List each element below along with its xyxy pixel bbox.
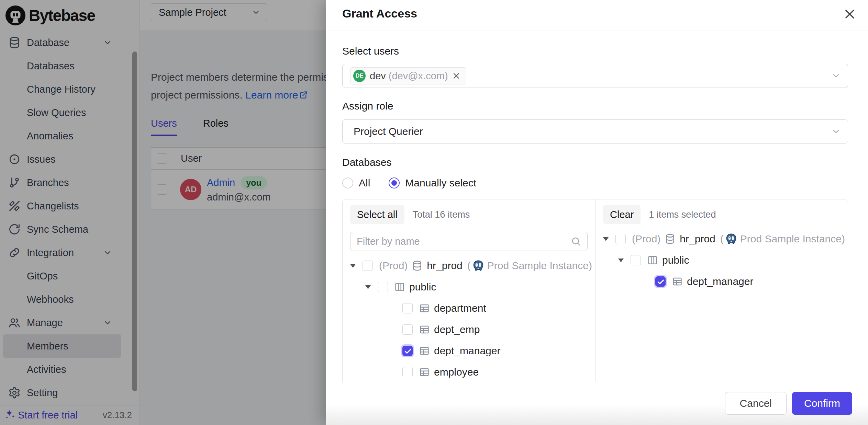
chevron-down-icon [831, 127, 841, 136]
chip-name: dev [370, 70, 386, 82]
radio-manually-select[interactable]: Manually select [389, 177, 476, 189]
checkbox[interactable] [363, 261, 373, 271]
target-tree: (Prod)hr_prod(Prod Sample Instance)publi… [603, 228, 840, 292]
tree-row-dept_manager[interactable]: dept_manager [350, 340, 588, 361]
total-items-label: Total 16 items [413, 209, 470, 220]
environment-label: (Prod) [379, 260, 408, 272]
selected-count-label: 1 items selected [649, 209, 716, 220]
app-root: Bytebase DatabaseDatabasesChange History… [0, 0, 868, 425]
chip-remove-icon[interactable] [452, 72, 460, 80]
user-chip: DE dev (dev@x.com) [350, 67, 466, 84]
tree-node-label: public [409, 281, 436, 293]
chip-avatar: DE [353, 70, 366, 82]
modal-header: Grant Access [326, 0, 868, 31]
tree-node-label: hr_prod [680, 233, 715, 245]
modal-scrollbar-track[interactable] [863, 31, 863, 382]
table-icon [419, 367, 430, 378]
search-icon [571, 236, 581, 246]
select-users-label: Select users [342, 45, 848, 57]
caret-down-icon[interactable] [350, 264, 356, 268]
modal-footer: Cancel Confirm [326, 382, 868, 425]
tree-node-label: hr_prod [427, 260, 462, 272]
source-tree: (Prod)hr_prod(Prod Sample Instance)publi… [350, 255, 588, 382]
tree-row-hr_prod[interactable]: (Prod)hr_prod(Prod Sample Instance) [350, 255, 588, 276]
schema-icon [647, 255, 658, 266]
checkbox[interactable] [378, 282, 388, 292]
transfer-target-panel: Clear 1 items selected (Prod)hr_prod(Pro… [595, 199, 848, 382]
chevron-down-icon [831, 71, 841, 81]
tree-node-label: public [662, 254, 689, 266]
postgresql-icon [472, 260, 485, 272]
caret-down-icon[interactable] [603, 237, 609, 241]
instance-label: (Prod Sample Instance) [467, 260, 592, 272]
table-icon [419, 324, 430, 335]
checkbox[interactable] [615, 234, 626, 244]
tree-row-hr_prod[interactable]: (Prod)hr_prod(Prod Sample Instance) [603, 228, 840, 250]
confirm-button[interactable]: Confirm [792, 392, 852, 415]
checkbox[interactable] [402, 324, 413, 335]
caret-down-icon[interactable] [365, 285, 371, 289]
tree-node-label: dept_manager [434, 345, 500, 357]
tree-node-label: dept_manager [687, 276, 753, 287]
tree-row-public[interactable]: public [603, 250, 840, 271]
grant-access-modal: Grant Access Select users DE dev (dev@x.… [326, 0, 868, 425]
tree-row-department[interactable]: department [350, 298, 588, 319]
instance-label: (Prod Sample Instance) [720, 233, 845, 245]
tree-node-label: employee [434, 366, 479, 378]
tree-node-label: dept_emp [434, 324, 480, 335]
schema-icon [394, 282, 405, 292]
clear-button[interactable]: Clear [603, 205, 641, 224]
database-scope-radios: All Manually select [342, 177, 848, 189]
cancel-button[interactable]: Cancel [725, 392, 787, 415]
checkbox[interactable] [402, 367, 413, 377]
radio-circle [342, 177, 353, 188]
checkbox[interactable] [631, 255, 641, 265]
table-icon [419, 345, 430, 356]
databases-label: Databases [342, 157, 848, 168]
database-icon [665, 233, 676, 244]
chip-email: (dev@x.com) [389, 70, 448, 82]
modal-title: Grant Access [342, 7, 417, 20]
table-icon [419, 303, 430, 314]
radio-all[interactable]: All [342, 177, 370, 189]
select-users-input[interactable]: DE dev (dev@x.com) [342, 64, 848, 88]
checked-checkbox[interactable] [402, 346, 413, 356]
role-select[interactable]: Project Querier [342, 119, 848, 143]
assign-role-label: Assign role [342, 100, 848, 112]
checkbox[interactable] [402, 303, 413, 313]
radio-circle-selected [389, 177, 400, 188]
transfer-source-panel: Select all Total 16 items (Prod)hr_prod(… [343, 199, 595, 382]
caret-down-icon[interactable] [618, 259, 624, 262]
filter-input-wrap [350, 232, 588, 251]
role-select-value: Project Querier [354, 126, 423, 137]
tree-row-dept_manager[interactable]: dept_manager [603, 271, 840, 292]
tree-row-employee[interactable]: employee [350, 361, 588, 382]
table-icon [672, 276, 683, 287]
postgresql-icon [725, 233, 737, 245]
checked-checkbox[interactable] [655, 276, 666, 287]
close-icon[interactable] [843, 8, 856, 21]
database-transfer-panel: Select all Total 16 items (Prod)hr_prod(… [342, 199, 848, 382]
tree-node-label: department [434, 302, 486, 314]
select-all-button[interactable]: Select all [350, 205, 404, 224]
filter-input[interactable] [357, 236, 571, 247]
environment-label: (Prod) [632, 233, 660, 245]
tree-row-dept_emp[interactable]: dept_emp [350, 319, 588, 340]
modal-body: Select users DE dev (dev@x.com) Assign r… [326, 31, 868, 382]
database-icon [412, 260, 423, 271]
tree-row-public[interactable]: public [350, 276, 588, 298]
